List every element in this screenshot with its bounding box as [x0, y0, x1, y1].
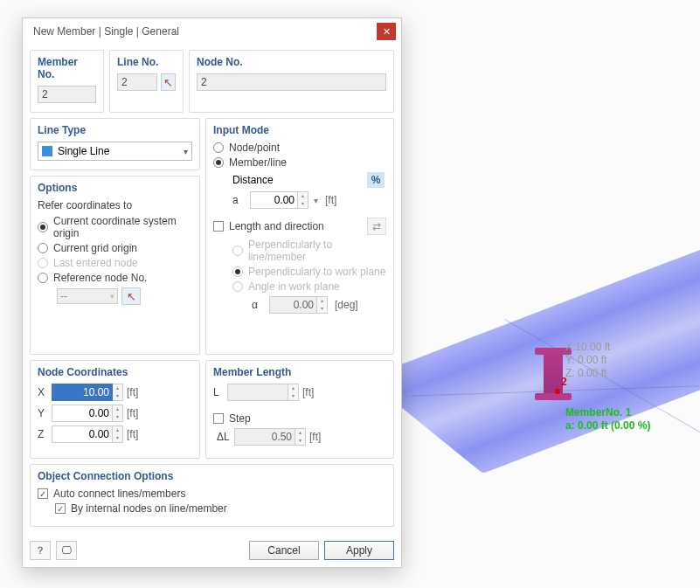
label-connection: Object Connection Options [38, 470, 386, 482]
help-button[interactable]: ？ [30, 541, 51, 560]
label-a: a [232, 194, 246, 206]
label-line-no: Line No. [117, 56, 176, 68]
dL-unit: [ft] [309, 431, 321, 443]
dialog-new-member: New Member | Single | General ✕ Member N… [22, 17, 402, 568]
node-no-input[interactable] [197, 73, 386, 91]
check-auto-connect[interactable]: Auto connect lines/members [38, 488, 386, 500]
hud-member-no: MemberNo. 1 [565, 406, 650, 419]
hud-member: MemberNo. 1 a: 0.00 ft (0.00 %) [565, 406, 650, 432]
label-input-mode: Input Mode [213, 124, 386, 136]
group-member-no: Member No. [30, 50, 104, 113]
check-length-direction[interactable]: Length and direction [213, 220, 324, 232]
radio-angle-work: Angle in work plane [232, 280, 386, 293]
x-spinner[interactable]: ▴▾ [113, 384, 123, 401]
alpha-input [269, 296, 317, 314]
x-unit: [ft] [127, 386, 138, 398]
dialog-footer: ？ 🖵 Cancel Apply [23, 536, 401, 567]
y-unit: [ft] [127, 407, 138, 419]
z-unit: [ft] [127, 428, 138, 440]
label-refer-coords: Refer coordinates to [38, 199, 192, 211]
a-unit: [ft] [325, 194, 336, 206]
y-spinner[interactable]: ▴▾ [113, 405, 123, 422]
label-node-coords: Node Coordinates [38, 366, 192, 378]
L-unit: [ft] [302, 386, 314, 398]
radio-member-line[interactable]: Member/line [213, 156, 386, 169]
member-no-input[interactable] [38, 86, 96, 103]
label-member-no: Member No. [38, 56, 96, 80]
label-alpha: α [252, 299, 266, 311]
alpha-spinner: ▴▾ [317, 296, 328, 314]
node-marker [555, 389, 560, 394]
radio-cs-origin[interactable]: Current coordinate system origin [38, 215, 192, 239]
radio-ref-node[interactable]: Reference node No. [38, 272, 192, 284]
hud-y: Y: 0.00 ft [565, 354, 610, 367]
group-member-length: Member Length L ▴▾ [ft] Step ΔL ▴▾ [ft] [205, 360, 394, 459]
line-type-color-icon [42, 146, 52, 156]
label-member-length: Member Length [213, 366, 386, 378]
label-dL: ΔL [217, 431, 234, 443]
label-y: Y [38, 407, 52, 419]
L-input [227, 384, 288, 401]
monitor-icon: 🖵 [61, 544, 72, 557]
titlebar[interactable]: New Member | Single | General ✕ [23, 18, 401, 45]
group-node-no: Node No. [189, 50, 394, 113]
alpha-unit: [deg] [335, 299, 358, 311]
z-input[interactable] [52, 425, 113, 443]
help-icon: ？ [35, 543, 45, 558]
hud-x: X:10.00 ft [565, 341, 610, 354]
x-input[interactable] [52, 384, 113, 401]
label-distance: Distance [232, 174, 274, 186]
a-spinner[interactable]: ▴▾ [298, 191, 308, 209]
label-node-no: Node No. [197, 56, 386, 68]
dialog-title: New Member | Single | General [33, 25, 377, 38]
radio-last-node: Last entered node [38, 257, 192, 269]
label-x: X [38, 386, 52, 398]
pick-line-button[interactable]: ↖ [161, 73, 176, 91]
check-step[interactable]: Step [213, 412, 386, 425]
pick-ref-node-button[interactable]: ↖ [121, 287, 141, 305]
chevron-down-icon[interactable]: ▾ [314, 196, 318, 205]
group-line-no: Line No. ↖ [109, 50, 184, 113]
beam-render [365, 234, 700, 474]
y-input[interactable] [52, 405, 113, 422]
check-by-internal[interactable]: By internal nodes on line/member [55, 502, 386, 515]
dL-input [234, 428, 295, 446]
percent-toggle[interactable]: % [367, 172, 385, 188]
L-spinner: ▴▾ [288, 384, 299, 401]
line-type-combo[interactable]: Single Line ▾ [38, 142, 192, 161]
ref-node-combo[interactable]: --▾ [57, 288, 118, 304]
label-L: L [213, 386, 227, 398]
group-line-type: Line Type Single Line ▾ [30, 118, 200, 170]
radio-perp-line: Perpendicularly to line/member [232, 239, 386, 263]
hud-coords: X:10.00 ft Y: 0.00 ft Z: 0.00 ft [565, 341, 610, 380]
label-z: Z [38, 428, 52, 440]
z-spinner[interactable]: ▴▾ [113, 425, 123, 443]
close-button[interactable]: ✕ [377, 23, 396, 40]
view-button[interactable]: 🖵 [56, 541, 77, 560]
group-node-coords: Node Coordinates X ▴▾ [ft] Y ▴▾ [ft] Z ▴… [30, 360, 200, 459]
radio-perp-work: Perpendicularly to work plane [232, 266, 386, 278]
dL-spinner: ▴▾ [295, 428, 306, 446]
swap-button[interactable]: ⇄ [367, 218, 386, 235]
line-no-input[interactable] [117, 73, 157, 91]
label-line-type: Line Type [38, 124, 192, 136]
hud-z: Z: 0.00 ft [565, 367, 610, 380]
chevron-down-icon: ▾ [184, 147, 188, 156]
group-connection: Object Connection Options Auto connect l… [30, 464, 394, 527]
a-input[interactable] [250, 191, 298, 209]
hud-a: a: 0.00 ft (0.00 %) [565, 419, 650, 432]
group-options: Options Refer coordinates to Current coo… [30, 176, 200, 355]
cancel-button[interactable]: Cancel [249, 541, 319, 560]
line-type-value: Single Line [58, 145, 109, 157]
label-options: Options [38, 182, 192, 194]
radio-grid-origin[interactable]: Current grid origin [38, 242, 192, 254]
radio-node-point[interactable]: Node/point [213, 142, 386, 154]
group-input-mode: Input Mode Node/point Member/line Distan… [205, 118, 394, 355]
apply-button[interactable]: Apply [324, 541, 394, 560]
